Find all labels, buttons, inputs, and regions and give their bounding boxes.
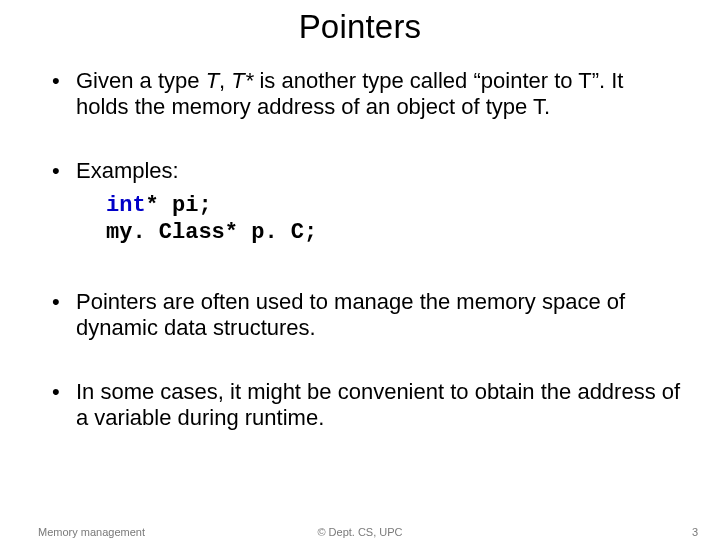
code-line-2: my. Class* p. C; <box>106 219 682 247</box>
bullet-2: Examples: <box>46 158 682 184</box>
bullet-1-mid: , <box>219 68 231 93</box>
bullet-1-T: T <box>206 68 219 93</box>
footer-page-number: 3 <box>692 526 698 538</box>
slide: Pointers Given a type T, T* is another t… <box>0 0 720 540</box>
code-block: int* pi; my. Class* p. C; <box>38 192 682 247</box>
bullet-3: Pointers are often used to manage the me… <box>46 289 682 341</box>
footer-center: © Dept. CS, UPC <box>0 526 720 538</box>
code-line-1-rest: * pi; <box>146 193 212 218</box>
code-line-1: int* pi; <box>106 192 682 220</box>
bullet-1-Tstar: T* <box>231 68 253 93</box>
bullet-list: Given a type T, T* is another type calle… <box>38 68 682 184</box>
bullet-1: Given a type T, T* is another type calle… <box>46 68 682 120</box>
slide-title: Pointers <box>38 8 682 46</box>
bullet-1-text-pre: Given a type <box>76 68 206 93</box>
code-keyword-int: int <box>106 193 146 218</box>
bullet-list-2: Pointers are often used to manage the me… <box>38 289 682 431</box>
bullet-4: In some cases, it might be convenient to… <box>46 379 682 431</box>
